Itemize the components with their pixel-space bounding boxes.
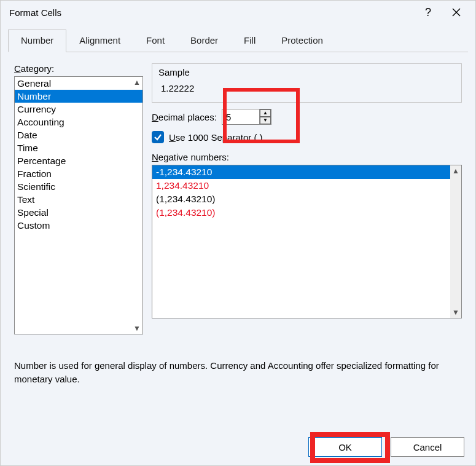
category-scroll-up-icon[interactable]: ▲ bbox=[133, 78, 141, 87]
dialog-buttons: OK Cancel bbox=[308, 437, 464, 457]
separator-label: Use 1000 Separator (,) bbox=[169, 132, 263, 143]
dialog-title: Format Cells bbox=[9, 7, 414, 18]
category-item-text[interactable]: Text bbox=[15, 193, 142, 206]
category-item-accounting[interactable]: Accounting bbox=[15, 116, 142, 128]
negative-item-0[interactable]: -1,234.43210 bbox=[152, 165, 450, 179]
decimal-input[interactable] bbox=[222, 109, 259, 124]
titlebar: Format Cells ? bbox=[1, 1, 475, 24]
category-item-scientific[interactable]: Scientific bbox=[15, 180, 142, 193]
cancel-button[interactable]: Cancel bbox=[391, 437, 464, 457]
category-item-date[interactable]: Date bbox=[15, 128, 142, 141]
negative-listbox[interactable]: -1,234.43210 1,234.43210 (1,234.43210) (… bbox=[152, 165, 462, 318]
close-icon bbox=[452, 8, 461, 17]
format-cells-dialog: Format Cells ? Number Alignment Font Bor… bbox=[0, 0, 476, 466]
tab-alignment[interactable]: Alignment bbox=[66, 30, 133, 52]
decimal-down-button[interactable]: ▼ bbox=[260, 117, 271, 124]
decimal-up-button[interactable]: ▲ bbox=[260, 109, 271, 117]
separator-row: Use 1000 Separator (,) bbox=[152, 131, 462, 143]
negative-label: Negative numbers: bbox=[152, 152, 462, 162]
category-item-custom[interactable]: Custom bbox=[15, 219, 142, 232]
category-item-fraction[interactable]: Fraction bbox=[15, 167, 142, 180]
tab-number[interactable]: Number bbox=[8, 30, 66, 52]
negative-scroll-up-icon[interactable]: ▲ bbox=[451, 167, 460, 175]
category-item-special[interactable]: Special bbox=[15, 206, 142, 219]
tab-strip: Number Alignment Font Border Fill Protec… bbox=[8, 29, 468, 52]
tab-content: Category: General Number Currency Accoun… bbox=[1, 52, 475, 392]
negative-item-2[interactable]: (1,234.43210) bbox=[152, 192, 450, 206]
check-icon bbox=[154, 133, 162, 141]
sample-group: Sample 1.22222 bbox=[152, 63, 462, 103]
close-button[interactable] bbox=[442, 3, 470, 22]
category-scroll-down-icon[interactable]: ▼ bbox=[133, 324, 141, 333]
tab-font[interactable]: Font bbox=[133, 30, 178, 52]
category-item-currency[interactable]: Currency bbox=[15, 103, 142, 116]
sample-value: 1.22222 bbox=[158, 83, 455, 93]
negative-scroll-down-icon[interactable]: ▼ bbox=[451, 308, 460, 317]
category-listbox[interactable]: General Number Currency Accounting Date … bbox=[14, 76, 143, 334]
category-item-number[interactable]: Number bbox=[15, 90, 142, 103]
decimal-label: Decimal places: bbox=[152, 112, 217, 122]
tab-protection[interactable]: Protection bbox=[268, 30, 336, 52]
category-item-time[interactable]: Time bbox=[15, 141, 142, 154]
use-separator-checkbox[interactable] bbox=[152, 131, 164, 143]
negative-scrollbar[interactable]: ▲ ▼ bbox=[450, 165, 461, 318]
decimal-spinner[interactable]: ▲ ▼ bbox=[222, 109, 271, 125]
category-item-general[interactable]: General bbox=[15, 77, 142, 90]
tab-fill[interactable]: Fill bbox=[231, 30, 268, 52]
negative-item-1[interactable]: 1,234.43210 bbox=[152, 179, 450, 192]
category-label: Category: bbox=[14, 63, 143, 74]
decimal-row: Decimal places: ▲ ▼ bbox=[152, 109, 462, 125]
category-description: Number is used for general display of nu… bbox=[14, 359, 462, 386]
category-item-percentage[interactable]: Percentage bbox=[15, 154, 142, 167]
help-button[interactable]: ? bbox=[414, 3, 442, 22]
negative-item-3[interactable]: (1,234.43210) bbox=[152, 206, 450, 219]
ok-button[interactable]: OK bbox=[308, 437, 382, 457]
sample-label: Sample bbox=[158, 67, 455, 77]
tab-border[interactable]: Border bbox=[178, 30, 231, 52]
